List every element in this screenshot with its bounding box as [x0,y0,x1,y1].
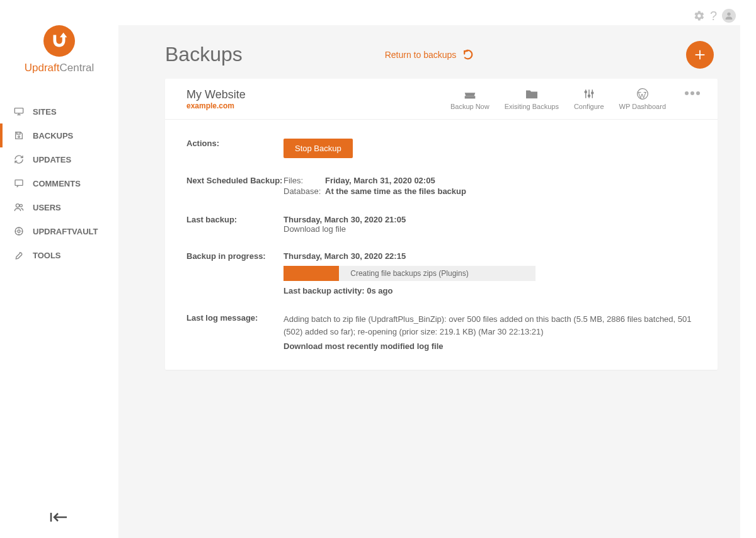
return-label: Return to backups [385,50,457,60]
svg-point-7 [16,204,19,207]
wp-dashboard-action[interactable]: WP Dashboard [619,88,666,110]
download-log-link[interactable]: Download log file [284,224,696,234]
sidebar-item-sites[interactable]: SITES [0,100,118,123]
topbar: ? [694,0,756,25]
site-info: My Website example.com [186,88,450,110]
brand-logo: UpdraftCentral [0,25,118,93]
sidebar-item-label: UPDRAFTVAULT [33,227,98,236]
database-key: Database: [284,186,325,196]
actions-label: Actions: [186,139,284,158]
sliders-icon [583,88,595,100]
users-icon [14,202,25,212]
files-key: Files: [284,176,325,185]
wrench-icon [14,250,25,260]
files-value: Friday, March 31, 2020 02:05 [325,176,435,185]
sidebar-item-label: SITES [33,107,57,117]
svg-rect-19 [464,96,475,98]
log-message: Adding batch to zip file (UpdraftPlus_Bi… [284,313,696,338]
drive-download-icon [464,88,476,100]
svg-rect-4 [17,132,20,134]
user-avatar[interactable] [722,9,736,23]
folder-icon [525,88,539,100]
progress-status: Creating file backups zips (Plugins) [284,269,536,278]
existing-backups-action[interactable]: Exisiting Backups [505,88,559,110]
svg-point-8 [20,204,22,207]
site-card: My Website example.com Backup Now Exisit… [165,79,718,370]
sidebar-nav: SITES BACKUPS UPDATES COMMENTS USERS UPD… [0,100,118,267]
stop-backup-button[interactable]: Stop Backup [284,139,353,158]
main-content: Backups Return to backups My Website exa… [118,25,740,538]
download-recent-log-link[interactable]: Download most recently modified log file [284,341,696,351]
last-backup-label: Last backup: [186,215,284,234]
in-progress-label: Backup in progress: [186,251,284,295]
sidebar-item-backups[interactable]: BACKUPS [0,123,118,147]
svg-rect-6 [15,180,23,186]
card-header: My Website example.com Backup Now Exisit… [165,79,718,120]
last-activity: Last backup activity: 0s ago [284,286,696,295]
vault-icon [14,226,25,236]
add-button[interactable] [686,41,714,69]
more-actions-button[interactable] [685,91,700,95]
last-backup-time: Thursday, March 30, 2020 21:05 [284,215,696,224]
sidebar-item-users[interactable]: USERS [0,195,118,219]
site-domain[interactable]: example.com [186,101,450,110]
site-name: My Website [186,88,450,101]
help-icon[interactable]: ? [710,9,717,23]
svg-point-10 [18,230,20,232]
sidebar-item-vault[interactable]: UPDRAFTVAULT [0,219,118,243]
sidebar-item-label: BACKUPS [33,131,73,140]
svg-point-0 [727,13,730,16]
logo-icon [43,25,75,57]
sidebar-item-label: TOOLS [33,251,61,260]
monitor-icon [14,106,25,117]
settings-icon[interactable] [694,10,705,21]
next-scheduled-label: Next Scheduled Backup: [186,176,284,197]
disk-icon [14,130,25,140]
progress-time: Thursday, March 30, 2020 22:15 [284,251,696,261]
sidebar-item-updates[interactable]: UPDATES [0,147,118,171]
card-actions: Backup Now Exisiting Backups Configure W… [450,88,700,110]
svg-point-23 [588,95,590,97]
backup-now-action[interactable]: Backup Now [450,88,490,110]
svg-point-5 [18,136,20,138]
progress-bar: Creating file backups zips (Plugins) [284,266,536,281]
last-log-label: Last log message: [186,313,284,351]
card-body: Actions: Stop Backup Next Scheduled Back… [165,120,718,370]
sidebar-item-comments[interactable]: COMMENTS [0,171,118,195]
return-to-backups-link[interactable]: Return to backups [385,49,474,60]
svg-point-25 [592,92,593,94]
collapse-sidebar-button[interactable] [49,512,68,523]
sidebar: UpdraftCentral SITES BACKUPS UPDATES COM… [0,0,118,538]
brand-name: UpdraftCentral [25,62,94,74]
svg-point-21 [585,91,587,93]
sidebar-item-label: UPDATES [33,155,71,164]
svg-rect-1 [14,108,23,113]
sidebar-item-tools[interactable]: TOOLS [0,243,118,267]
sidebar-item-label: USERS [33,203,61,212]
refresh-icon [14,154,25,164]
page-header: Backups Return to backups [118,25,740,79]
undo-icon [462,49,474,60]
comment-icon [14,178,25,188]
configure-action[interactable]: Configure [574,88,604,110]
wordpress-icon [636,88,649,100]
page-title: Backups [165,43,243,66]
sidebar-item-label: COMMENTS [33,179,81,188]
database-value: At the same time as the files backup [325,186,466,196]
